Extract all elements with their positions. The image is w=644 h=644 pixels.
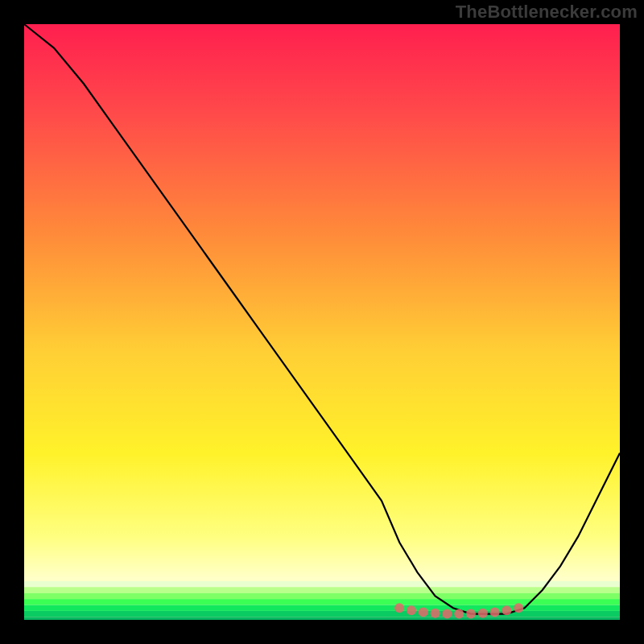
marker-dot	[442, 609, 452, 619]
marker-dot	[514, 603, 523, 613]
green-bands	[24, 581, 620, 620]
marker-dot	[502, 605, 511, 615]
svg-rect-0	[24, 581, 620, 587]
gradient-background	[24, 24, 620, 620]
marker-dot	[394, 603, 404, 613]
marker-dot	[431, 609, 440, 618]
marker-dot	[466, 609, 476, 619]
svg-rect-5	[24, 611, 620, 617]
marker-dot	[407, 605, 416, 615]
svg-rect-6	[24, 617, 620, 620]
marker-dot	[478, 609, 488, 618]
svg-rect-1	[24, 587, 620, 592]
marker-dot	[419, 607, 428, 617]
plot-area	[24, 24, 620, 620]
svg-rect-4	[24, 605, 620, 611]
marker-dot	[490, 607, 500, 617]
marker-dot	[454, 609, 464, 619]
watermark-text: TheBottlenecker.com	[456, 2, 638, 23]
chart-svg	[24, 24, 620, 620]
chart-container: TheBottlenecker.com	[0, 0, 644, 644]
svg-rect-2	[24, 593, 620, 599]
